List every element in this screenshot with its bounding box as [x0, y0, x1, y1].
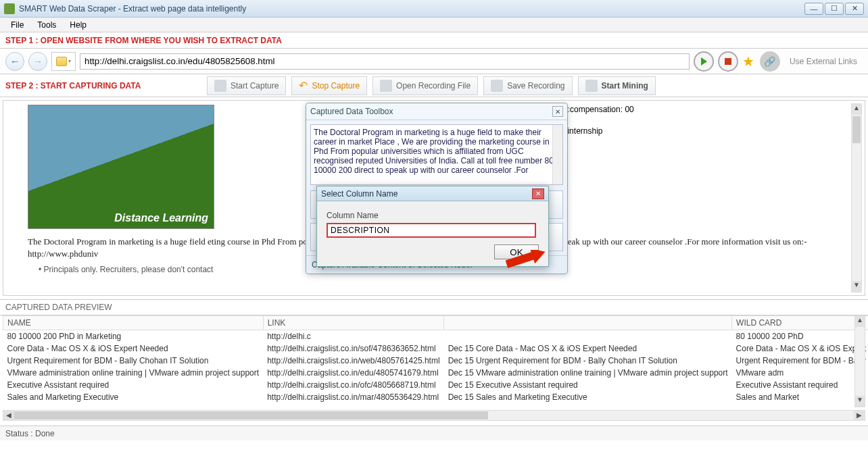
right-info-panel: ccompensation: 00 iinternship — [566, 103, 850, 137]
select-column-dialog: Select Column Name ✕ Column Name OK — [316, 186, 549, 267]
textpane-scroll[interactable] — [552, 125, 562, 184]
table-cell: Dec 15 Sales and Marketing Executive — [444, 391, 732, 403]
page-image: Distance Learning — [28, 105, 214, 229]
preview-title: CAPTURED DATA PREVIEW — [0, 300, 868, 315]
url-input[interactable] — [80, 53, 690, 70]
col-name[interactable]: NAME — [3, 316, 264, 330]
scroll-up-icon[interactable]: ▲ — [855, 316, 865, 327]
table-cell: 80 10000 200 PhD in Marketing — [3, 330, 264, 343]
maximize-button[interactable]: ☐ — [825, 3, 844, 15]
table-cell: Dec 15 Executive Assistant required — [444, 379, 732, 391]
minimize-button[interactable]: — — [804, 3, 823, 15]
col-3[interactable] — [444, 316, 732, 330]
save-recording-label: Save Recording — [507, 81, 564, 91]
window-title: SMART Web Data Scraper - Extract web pag… — [19, 4, 246, 14]
toolbox-text: The Doctoral Program in marketing is a h… — [314, 128, 554, 175]
table-cell: Urgent Requirement for BDM - Bally Choha… — [3, 355, 264, 367]
table-cell: Core Data - Mac OS X & iOS Expert Needed — [732, 342, 868, 355]
open-recording-button[interactable]: Open Recording File — [372, 76, 478, 95]
dialog-close-button[interactable]: ✕ — [532, 188, 544, 199]
preview-hscroll[interactable]: ◀ ▶ — [3, 410, 865, 421]
nav-back-button[interactable]: ← — [5, 52, 24, 71]
file-open-icon — [380, 80, 392, 92]
menu-tools[interactable]: Tools — [30, 19, 63, 31]
folder-icon — [56, 57, 67, 66]
hscroll-thumb[interactable] — [14, 411, 488, 419]
table-cell: Urgent Requirement for BDM - Bally Choha… — [732, 355, 868, 367]
external-links-label[interactable]: Use External Links — [784, 57, 863, 66]
table-cell: http://delhi.craigslist.co.in/sof/478636… — [263, 342, 444, 355]
table-cell — [444, 330, 732, 343]
dialog-title: Select Column Name — [321, 189, 397, 199]
table-cell: Sales and Market — [732, 391, 868, 403]
table-row[interactable]: Executive Assistant requiredhttp://delhi… — [3, 379, 869, 391]
image-caption: Distance Learning — [114, 212, 208, 224]
status-text: Status : Done — [5, 429, 55, 438]
table-row[interactable]: Core Data - Mac OS X & iOS Expert Needed… — [3, 342, 869, 355]
start-capture-label: Start Capture — [231, 81, 279, 91]
table-row[interactable]: VMware administration online training | … — [3, 367, 869, 379]
scroll-down-icon[interactable]: ▼ — [852, 281, 861, 292]
content-vscroll[interactable]: ▲ ▼ — [851, 103, 862, 292]
undo-icon: ↶ — [299, 79, 308, 92]
preview-table: NAME LINK WILD CARD 80 10000 200 PhD in … — [3, 315, 868, 403]
table-row[interactable]: 80 10000 200 PhD in Marketinghttp://delh… — [3, 330, 869, 343]
table-cell: Dec 15 Core Data - Mac OS X & iOS Expert… — [444, 342, 732, 355]
menu-help[interactable]: Help — [63, 19, 93, 31]
save-recording-button[interactable]: Save Recording — [483, 76, 572, 95]
app-icon — [4, 3, 15, 14]
close-button[interactable]: ✕ — [845, 3, 864, 15]
capture-icon — [214, 80, 226, 92]
table-cell: http://delhi.craigslist.co.in/mar/480553… — [263, 391, 444, 403]
menubar: File Tools Help — [0, 18, 868, 32]
table-cell: 80 10000 200 PhD — [732, 330, 868, 343]
column-name-input[interactable] — [327, 223, 536, 238]
preview-vscroll[interactable]: ▲ ▼ — [854, 315, 865, 407]
table-cell: http://delhi.c — [263, 330, 444, 343]
table-cell: http://delhi.craigslist.co.in/web/480576… — [263, 355, 444, 367]
play-button[interactable] — [694, 51, 714, 72]
table-cell: Core Data - Mac OS X & iOS Expert Needed — [3, 342, 264, 355]
toolbox-textpane[interactable]: The Doctoral Program in marketing is a h… — [310, 124, 563, 185]
stop-button[interactable] — [718, 51, 738, 72]
table-cell: http://delhi.craigslist.co.in/edu/480574… — [263, 367, 444, 379]
table-cell: Dec 15 VMware administration online trai… — [444, 367, 732, 379]
addressbar: ← → ▾ ★ 🔗 Use External Links — [0, 49, 868, 74]
step1-label: STEP 1 : OPEN WEBSITE FROM WHERE YOU WIS… — [0, 32, 868, 49]
start-mining-button[interactable]: Start Mining — [578, 76, 656, 95]
open-folder-button[interactable]: ▾ — [51, 52, 76, 71]
mining-icon — [585, 80, 598, 92]
table-cell: VMware adm — [732, 367, 868, 379]
table-cell: Executive Assistant required — [3, 379, 264, 391]
step2-toolbar: STEP 2 : START CAPTURING DATA Start Capt… — [0, 74, 868, 97]
scroll-right-icon[interactable]: ▶ — [854, 411, 865, 420]
internship-label: iinternship — [566, 125, 850, 137]
stop-capture-button[interactable]: ↶Stop Capture — [291, 76, 367, 95]
toolbox-title: Captured Data Toolbox — [310, 107, 393, 116]
table-row[interactable]: Urgent Requirement for BDM - Bally Choha… — [3, 355, 869, 367]
stop-icon — [725, 58, 731, 65]
menu-file[interactable]: File — [4, 19, 30, 31]
nav-forward-button[interactable]: → — [28, 52, 47, 71]
compensation-label: ccompensation: 00 — [566, 103, 850, 116]
col-wildcard[interactable]: WILD CARD — [732, 316, 868, 330]
scroll-thumb[interactable] — [852, 116, 861, 143]
link-icon: 🔗 — [760, 51, 780, 72]
start-capture-button[interactable]: Start Capture — [207, 76, 286, 95]
favorite-button[interactable]: ★ — [742, 55, 756, 68]
table-row[interactable]: Sales and Marketing Executivehttp://delh… — [3, 391, 869, 403]
ok-button[interactable]: OK — [494, 245, 539, 259]
start-mining-label: Start Mining — [602, 81, 648, 91]
table-cell: Sales and Marketing Executive — [3, 391, 264, 403]
scroll-up-icon[interactable]: ▲ — [852, 104, 861, 115]
table-cell: Dec 15 Urgent Requirement for BDM - Ball… — [444, 355, 732, 367]
save-icon — [491, 80, 503, 92]
scroll-left-icon[interactable]: ◀ — [3, 411, 14, 420]
open-recording-label: Open Recording File — [396, 81, 471, 91]
col-link[interactable]: LINK — [263, 316, 444, 330]
table-cell: Executive Assistant required — [732, 379, 868, 391]
play-icon — [701, 57, 707, 66]
titlebar: SMART Web Data Scraper - Extract web pag… — [0, 0, 868, 18]
scroll-down-icon[interactable]: ▼ — [855, 396, 865, 407]
toolbox-close-button[interactable]: ✕ — [552, 106, 563, 117]
